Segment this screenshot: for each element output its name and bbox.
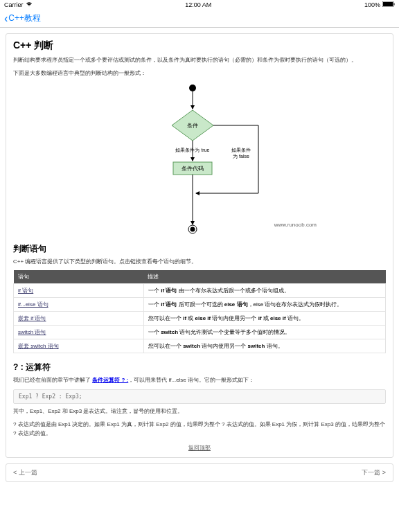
svg-point-17 — [190, 227, 195, 231]
back-button[interactable]: ‹ C++教程 — [4, 12, 41, 24]
chevron-left-icon: ‹ — [4, 13, 8, 24]
wifi-icon — [26, 1, 33, 8]
ternary-p2: 其中，Exp1、Exp2 和 Exp3 是表达式。请注意，冒号的使用和位置。 — [13, 407, 386, 416]
battery-label: 100% — [364, 1, 380, 8]
clock-label: 12:00 AM — [185, 1, 211, 8]
ternary-link[interactable]: 条件运算符 ? : — [92, 377, 128, 383]
ternary-p1: 我们已经在前面的章节中讲解了 条件运算符 ? :，可以用来替代 if...els… — [13, 376, 386, 385]
svg-rect-1 — [383, 2, 393, 6]
table-row: if 语句一个 if 语句 由一个布尔表达式后跟一个或多个语句组成。 — [14, 284, 386, 298]
stmt-desc: 一个 if 语句 由一个布尔表达式后跟一个或多个语句组成。 — [143, 284, 385, 298]
battery-icon — [382, 1, 395, 8]
section-statements-title: 判断语句 — [13, 243, 386, 255]
code-block: Exp1 ? Exp2 : Exp3; — [13, 389, 386, 404]
stmt-link[interactable]: if...else 语句 — [18, 301, 48, 308]
statements-table: 语句 描述 if 语句一个 if 语句 由一个布尔表达式后跟一个或多个语句组成。… — [13, 270, 386, 353]
svg-text:如果条件为 false: 如果条件为 false — [231, 148, 251, 159]
svg-text:条件: 条件 — [187, 123, 198, 129]
stmt-desc: 您可以在一个 switch 语句内使用另一个 switch 语句。 — [143, 339, 385, 353]
watermark: www.runoob.com — [274, 222, 317, 228]
table-row: if...else 语句一个 if 语句 后可跟一个可选的 else 语句，el… — [14, 298, 386, 312]
back-label: C++教程 — [8, 12, 41, 24]
nav-bar: ‹ C++教程 — [0, 10, 399, 28]
next-link[interactable]: 下一篇 > — [362, 468, 386, 477]
th-desc: 描述 — [143, 270, 385, 284]
ternary-p3: ? 表达式的值是由 Exp1 决定的。如果 Exp1 为真，则计算 Exp2 的… — [13, 420, 386, 438]
table-row: 嵌套 switch 语句您可以在一个 switch 语句内使用另一个 switc… — [14, 339, 386, 353]
stmt-link[interactable]: switch 语句 — [18, 329, 46, 335]
carrier-label: Carrier — [4, 1, 24, 8]
back-to-top[interactable]: 返回顶部 — [13, 444, 386, 452]
stmt-link[interactable]: 嵌套 switch 语句 — [18, 343, 59, 349]
pager: < 上一篇 下一篇 > — [6, 463, 393, 482]
article-card: C++ 判断 判断结构要求程序员指定一个或多个要评估或测试的条件，以及条件为真时… — [6, 33, 393, 458]
intro-2: 下面是大多数编程语言中典型的判断结构的一般形式： — [13, 69, 386, 78]
flowchart-diagram: 条件 如果条件为 true 条件代码 如果条件为 false www.runoo… — [13, 82, 386, 235]
th-statement: 语句 — [14, 270, 144, 284]
section-ternary-title: ? : 运算符 — [13, 362, 386, 373]
svg-text:如果条件为 true: 如果条件为 true — [175, 148, 209, 153]
stmt-desc: 一个 if 语句 后可跟一个可选的 else 语句，else 语句在布尔表达式为… — [143, 298, 385, 312]
stmt-desc: 一个 switch 语句允许测试一个变量等于多个值时的情况。 — [143, 326, 385, 339]
table-row: 嵌套 if 语句您可以在一个 if 或 else if 语句内使用另一个 if … — [14, 312, 386, 326]
prev-link[interactable]: < 上一篇 — [13, 468, 37, 477]
section-statements-intro: C++ 编程语言提供了以下类型的判断语句。点击链接查看每个语句的细节。 — [13, 258, 386, 267]
content-area: C++ 判断 判断结构要求程序员指定一个或多个要评估或测试的条件，以及条件为真时… — [0, 28, 399, 488]
svg-rect-2 — [393, 3, 394, 6]
svg-text:条件代码: 条件代码 — [181, 166, 204, 172]
stmt-desc: 您可以在一个 if 或 else if 语句内使用另一个 if 或 else i… — [143, 312, 385, 326]
status-bar: Carrier 12:00 AM 100% — [0, 0, 399, 10]
stmt-link[interactable]: if 语句 — [18, 287, 33, 294]
table-row: switch 语句一个 switch 语句允许测试一个变量等于多个值时的情况。 — [14, 326, 386, 339]
stmt-link[interactable]: 嵌套 if 语句 — [18, 315, 46, 321]
svg-point-3 — [189, 85, 196, 91]
page-title: C++ 判断 — [13, 39, 386, 52]
intro-1: 判断结构要求程序员指定一个或多个要评估或测试的条件，以及条件为真时要执行的语句（… — [13, 56, 386, 65]
